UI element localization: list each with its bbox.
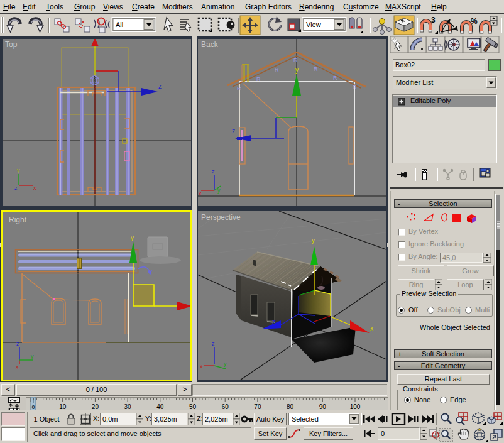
svg-text:z: z xyxy=(16,341,19,347)
svg-text:y: y xyxy=(295,67,299,74)
svg-text:y: y xyxy=(31,353,34,359)
svg-text:x: x xyxy=(370,325,373,332)
svg-text:y: y xyxy=(17,167,20,173)
svg-text:R: R xyxy=(353,84,357,90)
svg-text:y: y xyxy=(131,234,134,241)
svg-text:z: z xyxy=(212,341,215,347)
svg-text:R: R xyxy=(256,76,261,82)
svg-text:All: All xyxy=(116,21,123,28)
svg-text:Perspective: Perspective xyxy=(201,213,241,222)
svg-text:x: x xyxy=(33,185,36,191)
svg-text:x: x xyxy=(199,190,202,197)
svg-text:z: z xyxy=(158,83,162,90)
svg-text:R: R xyxy=(314,66,318,72)
svg-text:Top: Top xyxy=(5,40,18,49)
svg-text:R: R xyxy=(275,67,279,73)
svg-text:R: R xyxy=(237,85,241,92)
svg-text:y: y xyxy=(312,237,315,244)
svg-text:R: R xyxy=(333,75,337,81)
svg-text:y: y xyxy=(217,187,221,194)
svg-text:x: x xyxy=(200,363,203,369)
svg-text:y: y xyxy=(224,361,227,367)
svg-text:z: z xyxy=(232,128,235,134)
svg-text:x: x xyxy=(16,364,19,370)
svg-text:3: 3 xyxy=(431,16,436,25)
svg-text:Back: Back xyxy=(201,40,219,49)
svg-text:R: R xyxy=(293,57,298,63)
svg-text:z: z xyxy=(14,185,18,191)
svg-text:%: % xyxy=(471,17,478,26)
svg-text:Right: Right xyxy=(9,216,27,224)
svg-text:View: View xyxy=(306,21,321,28)
svg-text:z: z xyxy=(212,168,215,175)
svg-text:z: z xyxy=(272,319,275,325)
